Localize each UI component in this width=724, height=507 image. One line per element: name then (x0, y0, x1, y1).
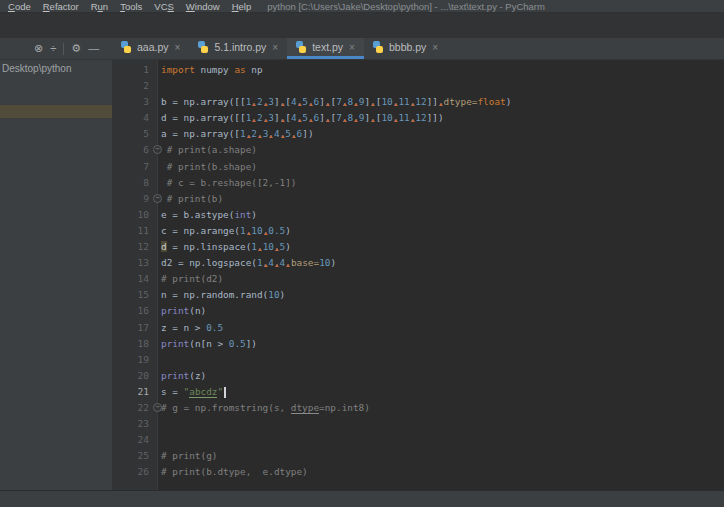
menu-mnemonic: u (98, 1, 103, 12)
code-line[interactable]: z = n > 0.5 (161, 320, 724, 336)
code-token: , (251, 112, 257, 123)
code-line[interactable]: # print(b) (161, 191, 724, 207)
tab-label: bbbb.py (389, 41, 426, 53)
line-number[interactable]: 18 (112, 336, 157, 352)
code-token: , (263, 257, 269, 268)
python-file-icon (120, 41, 132, 53)
code-line[interactable]: # print(a.shape) (161, 142, 724, 158)
code-line[interactable] (161, 78, 724, 94)
code-line[interactable]: e = b.astype(int) (161, 207, 724, 223)
hide-panel-icon[interactable]: — (88, 43, 99, 54)
line-number[interactable]: 5 (112, 126, 157, 142)
line-number[interactable]: 6− (112, 142, 157, 158)
line-number[interactable]: 17 (112, 320, 157, 336)
line-number[interactable]: 10 (112, 207, 157, 223)
code-line[interactable]: import numpy as np (161, 62, 724, 78)
collapse-all-icon[interactable]: ÷ (50, 43, 56, 54)
fold-marker-icon[interactable]: − (153, 403, 162, 412)
code-line[interactable]: # print(g) (161, 448, 724, 464)
menubar-items: CodeRefactorRunToolsVCSWindowHelp (2, 1, 257, 12)
code-line[interactable]: b = np.array([[1,2,3],[4,5,6],[7,8,9],[1… (161, 94, 724, 110)
line-number[interactable]: 24 (112, 432, 157, 448)
close-icon[interactable]: × (272, 42, 278, 53)
code-token: (n) (189, 305, 206, 316)
line-number[interactable]: 21 (112, 384, 157, 400)
code-line[interactable]: # print(d2) (161, 271, 724, 287)
code-line[interactable]: n = np.random.rand(10) (161, 287, 724, 303)
code-line[interactable]: # g = np.fromstring(s, dtype=np.int8) (161, 400, 724, 416)
settings-gear-icon[interactable]: ⚙ (71, 43, 81, 54)
tab-text.py[interactable]: text.py× (287, 38, 364, 59)
line-number[interactable]: 9− (112, 191, 157, 207)
line-number[interactable]: 11 (112, 223, 157, 239)
code-line[interactable]: a = np.array([1,2,3,4,5,6]) (161, 126, 724, 142)
line-number[interactable]: 22− (112, 400, 157, 416)
code-token: as (234, 64, 245, 75)
code-token: , (280, 128, 286, 139)
line-number[interactable]: 3 (112, 94, 157, 110)
close-icon[interactable]: × (432, 42, 438, 53)
code-line[interactable]: # c = b.reshape([2,-1]) (161, 175, 724, 191)
code-token: 1 (257, 257, 263, 268)
code-line[interactable]: c = np.arange(1,10,0.5) (161, 223, 724, 239)
code-line[interactable]: d2 = np.logspace(1,4,4,base=10) (161, 255, 724, 271)
project-tree-item[interactable]: Desktop\python (0, 60, 112, 74)
code-line[interactable] (161, 432, 724, 448)
line-number[interactable]: 19 (112, 352, 157, 368)
scroll-from-source-icon[interactable]: ⊗ (34, 43, 43, 54)
status-bar (0, 490, 724, 507)
line-number[interactable]: 2 (112, 78, 157, 94)
code-line[interactable] (161, 416, 724, 432)
menu-vcs[interactable]: VCS (148, 1, 180, 12)
code-token: , (393, 96, 399, 107)
code-line[interactable]: d = np.array([[1,2,3],[4,5,6],[7,8,9],[1… (161, 110, 724, 126)
line-number[interactable]: 13 (112, 255, 157, 271)
close-icon[interactable]: × (175, 42, 181, 53)
code-token: ] (319, 96, 325, 107)
line-number[interactable]: 20 (112, 368, 157, 384)
line-number[interactable]: 14 (112, 271, 157, 287)
line-number[interactable]: 4 (112, 110, 157, 126)
tab-bbbb.py[interactable]: bbbb.py× (364, 38, 447, 59)
code-line[interactable]: s = "abcdz" (161, 384, 724, 400)
line-number[interactable]: 8 (112, 175, 157, 191)
code-line[interactable]: print(n[n > 0.5]) (161, 336, 724, 352)
code-line[interactable]: print(n) (161, 303, 724, 319)
close-icon[interactable]: × (349, 42, 355, 53)
line-number[interactable]: 7 (112, 159, 157, 175)
editor-code-area[interactable]: import numpy as npb = np.array([[1,2,3],… (158, 60, 724, 490)
code-line[interactable]: d = np.linspace(1,10,5) (161, 239, 724, 255)
line-number[interactable]: 16 (112, 303, 157, 319)
line-number[interactable]: 1 (112, 62, 157, 78)
code-token: , (325, 96, 331, 107)
menu-run[interactable]: Run (85, 1, 114, 12)
tab-5.1.intro.py[interactable]: 5.1.intro.py× (189, 38, 287, 59)
line-number[interactable]: 23 (112, 416, 157, 432)
code-line[interactable]: # print(b.dtype, e.dtype) (161, 464, 724, 480)
code-token: 7 (336, 96, 342, 107)
menu-help[interactable]: Help (226, 1, 258, 12)
code-line[interactable]: print(z) (161, 368, 724, 384)
project-selected-row[interactable] (0, 105, 112, 118)
tab-aaa.py[interactable]: aaa.py× (112, 38, 189, 59)
line-number[interactable]: 15 (112, 287, 157, 303)
line-number[interactable]: 25 (112, 448, 157, 464)
menu-window[interactable]: Window (180, 1, 226, 12)
code-token: , (342, 112, 348, 123)
code-token: , (263, 96, 269, 107)
menu-tools[interactable]: Tools (114, 1, 148, 12)
code-token: 1 (240, 128, 246, 139)
menu-refactor[interactable]: Refactor (37, 1, 85, 12)
fold-marker-icon[interactable]: − (153, 194, 162, 203)
line-number[interactable]: 26 (112, 464, 157, 480)
code-token: , (393, 112, 399, 123)
code-token: 10 (319, 257, 330, 268)
code-line[interactable] (161, 352, 724, 368)
code-token: , (297, 112, 303, 123)
code-token: 11 (398, 112, 409, 123)
code-token: , (274, 257, 280, 268)
menu-code[interactable]: Code (2, 1, 37, 12)
code-token: # print(b) (161, 193, 223, 204)
code-line[interactable]: # print(b.shape) (161, 159, 724, 175)
line-number[interactable]: 12 (112, 239, 157, 255)
